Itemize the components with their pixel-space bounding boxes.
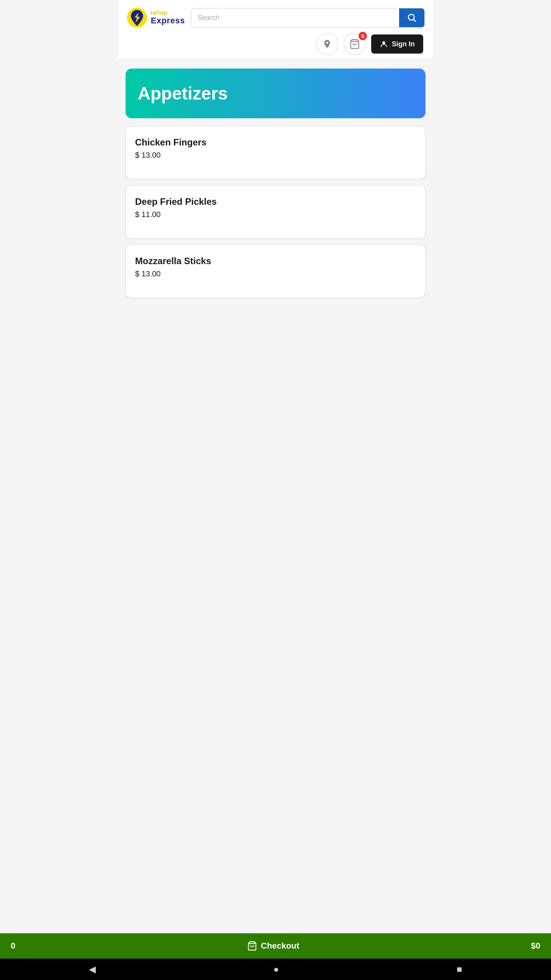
item-price-3: $ 13.00	[135, 270, 416, 278]
main-content: Appetizers Chicken Fingers $ 13.00 Deep …	[119, 59, 432, 342]
location-button[interactable]	[316, 33, 338, 55]
signin-button[interactable]: Sign In	[371, 34, 423, 54]
user-icon	[380, 40, 388, 48]
menu-item-1[interactable]: Chicken Fingers $ 13.00	[126, 126, 425, 179]
logo-taliup-label: taliup	[151, 10, 185, 16]
category-banner: Appetizers	[126, 69, 425, 118]
location-pin-icon	[322, 39, 332, 49]
category-title: Appetizers	[138, 83, 413, 104]
svg-point-4	[326, 42, 328, 44]
svg-point-6	[382, 41, 385, 44]
svg-line-3	[414, 20, 416, 21]
search-button[interactable]	[399, 8, 424, 27]
cart-icon	[349, 39, 360, 49]
item-name-3: Mozzarella Sticks	[135, 256, 416, 266]
item-name-1: Chicken Fingers	[135, 137, 416, 148]
item-name-2: Deep Fried Pickles	[135, 196, 416, 207]
logo: taliup Express	[126, 7, 185, 28]
search-input[interactable]	[191, 8, 399, 27]
home-button[interactable]: ●	[273, 964, 279, 975]
checkout-bar[interactable]: 0 Checkout $0	[119, 933, 432, 959]
taliup-express-logo-icon	[126, 7, 148, 28]
logo-text: taliup Express	[151, 10, 185, 25]
header-bottom: 0 Sign In	[126, 33, 425, 55]
menu-item-3[interactable]: Mozzarella Sticks $ 13.00	[126, 245, 425, 298]
header: taliup Express	[119, 0, 432, 59]
header-top: taliup Express	[126, 7, 425, 28]
cart-button[interactable]: 0	[344, 33, 366, 55]
android-nav-bar: ◀ ● ■	[119, 959, 432, 980]
checkout-label: Checkout	[247, 941, 299, 951]
menu-item-2[interactable]: Deep Fried Pickles $ 11.00	[126, 185, 425, 238]
search-bar	[191, 8, 425, 28]
search-icon	[407, 13, 417, 23]
signin-label: Sign In	[392, 40, 415, 48]
checkout-cart-icon	[247, 941, 257, 951]
item-price-2: $ 11.00	[135, 210, 416, 219]
cart-badge: 0	[359, 32, 367, 40]
item-price-1: $ 13.00	[135, 151, 416, 160]
logo-express-label: Express	[151, 16, 185, 25]
